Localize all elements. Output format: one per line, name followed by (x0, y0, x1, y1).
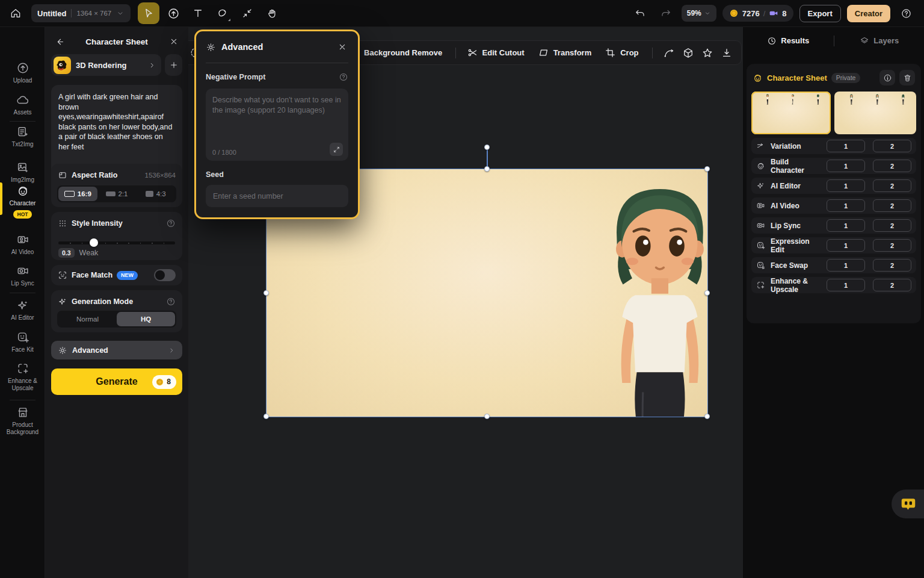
lip-sync-button-2[interactable]: 2 (873, 219, 911, 232)
creator-label: Creator (855, 9, 882, 18)
aspect-option-2-1[interactable]: 2:1 (97, 187, 137, 201)
slider-knob[interactable] (90, 238, 98, 247)
lip-sync-button-1[interactable]: 1 (827, 219, 865, 232)
action-row-build-character: Build Character 1 2 (751, 158, 916, 174)
face-swap-button-2[interactable]: 2 (873, 259, 911, 272)
ai-video-button-2[interactable]: 2 (873, 199, 911, 212)
tab-results[interactable]: Results (743, 36, 834, 46)
build-character-button-1[interactable]: 1 (827, 160, 865, 172)
intensity-grid-icon (58, 219, 67, 228)
resize-handle-w[interactable] (263, 290, 269, 296)
action-row-lip-sync: Lip Sync 1 2 (751, 217, 916, 234)
app-window: Untitled 1364 × 767 (0, 0, 924, 578)
curve-button[interactable] (663, 45, 675, 61)
expand-negative-prompt-button[interactable] (330, 143, 343, 156)
result-card-title: Character Sheet (767, 73, 827, 82)
support-chat-button[interactable] (892, 489, 924, 518)
back-button[interactable] (54, 36, 66, 48)
face-swap-button-1[interactable]: 1 (827, 259, 865, 272)
export-button[interactable]: Export (799, 5, 841, 22)
sidebar-item-face-kit[interactable]: Face Kit (0, 331, 45, 353)
negative-prompt-label: Negative Prompt (206, 73, 339, 81)
text-tool-button[interactable] (187, 2, 209, 24)
sidebar-item-upload[interactable]: Upload (0, 61, 45, 84)
sidebar-item-ai-editor[interactable]: AI Editor (0, 299, 45, 322)
sidebar-item-lip-sync[interactable]: Lip Sync (0, 264, 45, 287)
question-icon[interactable] (166, 297, 176, 306)
coin-icon (155, 378, 164, 387)
face-match-toggle[interactable] (154, 269, 176, 281)
download-button[interactable] (721, 45, 733, 61)
style-selector[interactable]: 3D Rendering (51, 54, 161, 76)
document-chip[interactable]: Untitled 1364 × 767 (31, 4, 131, 22)
crop-button[interactable]: Crop (605, 47, 638, 58)
home-button[interactable] (6, 4, 25, 23)
hand-tool-button[interactable] (261, 2, 283, 24)
info-button[interactable] (879, 70, 895, 85)
sidebar-item-ai-video[interactable]: AI Video (0, 233, 45, 256)
delete-button[interactable] (899, 70, 915, 85)
mode-option-hq[interactable]: HQ (117, 312, 175, 326)
resize-handle-ne[interactable] (704, 166, 710, 172)
upload-tool-button[interactable] (162, 2, 184, 24)
select-tool-button[interactable] (138, 2, 159, 24)
close-popup-button[interactable] (336, 41, 348, 53)
tab-layers[interactable]: Layers (834, 36, 924, 46)
button-label: 1 (844, 143, 848, 150)
question-icon[interactable] (339, 72, 348, 82)
sidebar-item-product-background[interactable]: Product Background (0, 406, 45, 436)
expression-edit-button-1[interactable]: 1 (827, 239, 865, 252)
edit-cutout-button[interactable]: Edit Cutout (467, 47, 525, 58)
enhance-upscale-button-1[interactable]: 1 (827, 279, 865, 291)
build-character-button-2[interactable]: 2 (873, 160, 911, 172)
divider (71, 9, 72, 17)
ai-editor-button-2[interactable]: 2 (873, 179, 911, 192)
variation-button-1[interactable]: 1 (827, 140, 865, 152)
fit-view-button[interactable] (236, 2, 258, 24)
ai-video-button-1[interactable]: 1 (827, 199, 865, 212)
sidebar-item-txt2img[interactable]: Txt2Img (0, 125, 45, 148)
creator-button[interactable]: Creator (847, 5, 890, 22)
rotation-handle[interactable] (484, 144, 490, 150)
resize-handle-s[interactable] (484, 414, 490, 419)
result-thumbnail-1[interactable] (751, 92, 831, 134)
add-style-button[interactable] (165, 54, 182, 76)
background-remove-button[interactable]: Background Remove (348, 47, 442, 58)
close-panel-button[interactable] (168, 36, 180, 48)
aspect-option-4-3[interactable]: 4:3 (136, 187, 175, 201)
advanced-settings-button[interactable]: Advanced (51, 341, 182, 359)
sidebar-item-enhance-upscale[interactable]: Enhance & Upscale (0, 362, 45, 392)
aspect-option-16-9[interactable]: 16:9 (58, 187, 97, 201)
redo-button[interactable] (656, 4, 676, 23)
resize-handle-sw[interactable] (263, 414, 269, 419)
help-button[interactable] (896, 4, 916, 23)
enhance-upscale-button-2[interactable]: 2 (873, 279, 911, 291)
style-intensity-slider[interactable] (58, 238, 175, 247)
negative-prompt-input[interactable] (212, 95, 342, 131)
sidebar-item-assets[interactable]: Assets (0, 93, 45, 116)
undo-button[interactable] (631, 4, 650, 23)
zoom-level-dropdown[interactable]: 59% (682, 5, 716, 22)
sidebar-item-label: Enhance & Upscale (2, 378, 44, 392)
credits-indicator[interactable]: 7276 / 8 (722, 5, 793, 22)
variation-button-2[interactable]: 2 (873, 140, 911, 152)
ai-editor-button-1[interactable]: 1 (827, 179, 865, 192)
resize-handle-e[interactable] (704, 290, 710, 296)
favorite-button[interactable] (701, 45, 713, 61)
sidebar-item-img2img[interactable]: Img2Img (0, 161, 45, 184)
seed-input[interactable] (206, 185, 348, 207)
generate-button[interactable]: Generate 8 (51, 368, 182, 395)
3d-button[interactable] (682, 45, 694, 61)
button-label: 2 (890, 202, 894, 210)
transform-button[interactable]: Transform (538, 47, 592, 58)
product-background-icon (16, 406, 29, 419)
resize-handle-n[interactable] (484, 166, 490, 172)
question-icon[interactable] (166, 219, 176, 228)
expression-edit-button-2[interactable]: 2 (873, 239, 911, 252)
mode-option-normal[interactable]: Normal (58, 312, 117, 326)
draw-tool-button[interactable] (212, 2, 233, 24)
right-panel-tabs: Results Layers (743, 27, 924, 54)
result-thumbnail-2[interactable] (834, 92, 916, 134)
sidebar-item-character[interactable]: Character HOT (0, 184, 45, 219)
resize-handle-se[interactable] (704, 414, 710, 419)
